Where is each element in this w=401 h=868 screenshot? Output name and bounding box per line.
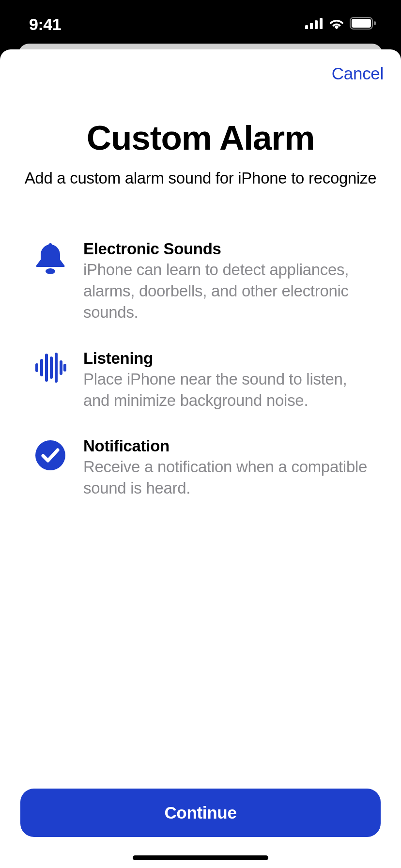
- svg-point-7: [46, 268, 55, 274]
- feature-listening: Listening Place iPhone near the sound to…: [34, 349, 367, 411]
- svg-point-15: [35, 440, 65, 470]
- feature-desc: iPhone can learn to detect appliances, a…: [83, 259, 367, 323]
- feature-title: Listening: [83, 349, 367, 368]
- continue-button[interactable]: Continue: [20, 789, 381, 837]
- modal-nav-bar: Cancel: [0, 49, 401, 83]
- svg-rect-0: [305, 25, 308, 29]
- bell-icon: [34, 242, 67, 275]
- header-area: Custom Alarm Add a custom alarm sound fo…: [0, 83, 401, 187]
- svg-rect-2: [315, 20, 318, 29]
- status-indicators: [305, 17, 377, 31]
- cancel-button[interactable]: Cancel: [332, 64, 384, 83]
- svg-rect-6: [374, 21, 376, 25]
- status-bar: 9:41: [0, 0, 401, 48]
- features-list: Electronic Sounds iPhone can learn to de…: [0, 187, 401, 525]
- status-time: 9:41: [29, 15, 61, 34]
- checkmark-circle-icon: [34, 439, 67, 472]
- feature-title: Notification: [83, 437, 367, 455]
- battery-icon: [350, 17, 377, 31]
- feature-electronic-sounds: Electronic Sounds iPhone can learn to de…: [34, 240, 367, 323]
- waveform-icon: [34, 351, 67, 384]
- feature-title: Electronic Sounds: [83, 240, 367, 258]
- feature-desc: Place iPhone near the sound to listen, a…: [83, 369, 367, 411]
- svg-rect-1: [310, 23, 313, 29]
- cellular-icon: [305, 17, 324, 31]
- svg-rect-5: [352, 19, 371, 28]
- page-title: Custom Alarm: [24, 118, 377, 157]
- home-indicator[interactable]: [133, 855, 268, 860]
- subtitle: Add a custom alarm sound for iPhone to r…: [24, 169, 377, 187]
- wifi-icon: [328, 17, 345, 31]
- modal-sheet: Cancel Custom Alarm Add a custom alarm s…: [0, 49, 401, 868]
- svg-rect-3: [320, 18, 323, 29]
- feature-desc: Receive a notification when a compatible…: [83, 456, 367, 499]
- feature-notification: Notification Receive a notification when…: [34, 437, 367, 499]
